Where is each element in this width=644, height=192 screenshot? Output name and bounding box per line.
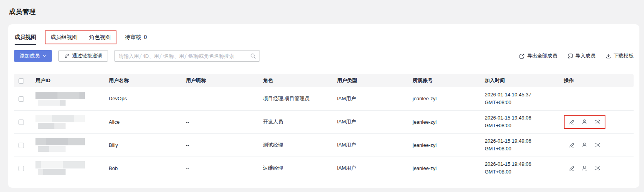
link-icon xyxy=(64,53,69,59)
nickname-cell: -- xyxy=(181,110,258,133)
user-id-redacted xyxy=(35,115,99,129)
tab-member-view[interactable]: 成员视图 xyxy=(15,34,36,41)
tab-role-view[interactable]: 角色视图 xyxy=(89,34,111,41)
member-role-button[interactable] xyxy=(582,165,588,171)
row-checkbox[interactable] xyxy=(19,143,24,148)
role-cell: 项目经理,项目管理员 xyxy=(258,87,332,110)
user-type-cell: IAM用户 xyxy=(332,110,408,133)
join-time-cell: 2026-01-15 19:49:06 GMT+08:00 xyxy=(480,157,559,180)
tab-member-group-view[interactable]: 成员组视图 xyxy=(51,34,78,41)
import-members-label: 导入成员 xyxy=(575,52,595,59)
col-header-user-type: 用户类型 xyxy=(332,74,408,87)
actions-cell xyxy=(559,110,634,133)
join-date: 2026-01-15 19:49:06 xyxy=(485,114,555,122)
invite-by-link-label: 通过链接邀请 xyxy=(72,52,102,59)
role-cell: 测试经理 xyxy=(258,133,332,157)
tab-pending-review[interactable]: 待审核0 xyxy=(125,34,147,41)
role-cell: 运维经理 xyxy=(258,157,332,180)
search-box xyxy=(114,50,260,62)
col-header-actions: 操作 xyxy=(559,74,634,87)
row-checkbox[interactable] xyxy=(19,166,24,171)
toolbar: 添加成员 通过链接邀请 导出全部成员 xyxy=(14,50,634,62)
action-group xyxy=(564,138,605,152)
add-member-button-label: 添加成员 xyxy=(20,52,40,59)
col-header-join-time: 加入时间 xyxy=(480,74,559,87)
col-header-role: 角色 xyxy=(258,74,332,87)
edit-member-button[interactable] xyxy=(569,119,575,125)
account-cell: jeanlee-zyl xyxy=(408,87,480,110)
join-timezone: GMT+08:00 xyxy=(485,145,555,153)
user-name-cell: DevOps xyxy=(104,87,181,110)
join-timezone: GMT+08:00 xyxy=(485,168,555,176)
user-name-cell: Bob xyxy=(104,157,181,180)
select-all-checkbox[interactable] xyxy=(19,78,24,84)
user-name-cell: Billy xyxy=(104,133,181,157)
download-icon xyxy=(605,53,611,59)
members-table: 用户ID 用户名称 用户昵称 角色 用户类型 所属账号 加入时间 操作 DevO… xyxy=(14,74,634,180)
join-time-cell: 2026-01-14 10:45:37 GMT+08:00 xyxy=(480,87,559,110)
tab-bar: 成员视图 成员组视图 角色视图 待审核0 xyxy=(14,24,634,44)
account-cell: jeanlee-zyl xyxy=(408,133,480,157)
nickname-cell: -- xyxy=(181,157,258,180)
col-header-user-id: 用户ID xyxy=(31,74,104,87)
table-row: Alice -- 开发人员 IAM用户 jeanlee-zyl 2026-01-… xyxy=(14,110,634,133)
join-timezone: GMT+08:00 xyxy=(485,122,555,130)
user-type-cell: IAM用户 xyxy=(332,157,408,180)
import-icon xyxy=(567,53,573,59)
user-type-cell: IAM用户 xyxy=(332,133,408,157)
table-row: Billy -- 测试经理 IAM用户 jeanlee-zyl 2026-01-… xyxy=(14,133,634,157)
join-time-cell: 2026-01-15 19:49:06 GMT+08:00 xyxy=(480,110,559,133)
page-title: 成员管理 xyxy=(9,7,644,16)
pending-review-count: 0 xyxy=(144,34,147,40)
actions-cell xyxy=(559,87,634,110)
member-role-button[interactable] xyxy=(582,119,588,125)
search-input[interactable] xyxy=(114,50,260,62)
role-cell: 开发人员 xyxy=(258,110,332,133)
tab-pending-review-label: 待审核 xyxy=(125,34,141,40)
download-template-label: 下载模板 xyxy=(614,52,634,59)
transfer-member-button[interactable] xyxy=(594,165,600,171)
annotation-box-tabs: 成员组视图 角色视图 xyxy=(45,30,116,44)
join-date: 2026-01-15 19:49:06 xyxy=(485,160,555,168)
user-id-redacted xyxy=(35,161,99,175)
account-cell: jeanlee-zyl xyxy=(408,157,480,180)
export-all-members-label: 导出全部成员 xyxy=(527,52,557,59)
col-header-account: 所属账号 xyxy=(408,74,480,87)
edit-member-button[interactable] xyxy=(569,142,575,148)
action-group xyxy=(564,161,605,175)
row-checkbox[interactable] xyxy=(19,120,24,125)
download-template-button[interactable]: 下载模板 xyxy=(605,52,634,59)
table-header-row: 用户ID 用户名称 用户昵称 角色 用户类型 所属账号 加入时间 操作 xyxy=(14,74,634,87)
join-date: 2026-01-14 10:45:37 xyxy=(485,91,555,99)
export-icon xyxy=(519,53,525,59)
toolbar-right-links: 导出全部成员 导入成员 下载模板 xyxy=(519,52,634,59)
edit-member-button[interactable] xyxy=(569,165,575,171)
actions-cell xyxy=(559,157,634,180)
user-id-redacted xyxy=(35,92,99,106)
actions-cell xyxy=(559,133,634,157)
member-management-card: 成员视图 成员组视图 角色视图 待审核0 添加成员 通过链接邀请 xyxy=(8,24,639,188)
table-row: Bob -- 运维经理 IAM用户 jeanlee-zyl 2026-01-15… xyxy=(14,157,634,180)
search-icon[interactable] xyxy=(250,53,256,59)
join-time-cell: 2026-01-15 19:49:06 GMT+08:00 xyxy=(480,133,559,157)
col-header-nickname: 用户昵称 xyxy=(181,74,258,87)
chevron-down-icon xyxy=(42,54,46,58)
import-members-button[interactable]: 导入成员 xyxy=(567,52,595,59)
row-checkbox[interactable] xyxy=(19,96,24,102)
export-all-members-button[interactable]: 导出全部成员 xyxy=(519,52,557,59)
user-name-cell: Alice xyxy=(104,110,181,133)
user-type-cell: IAM用户 xyxy=(332,87,408,110)
member-role-button[interactable] xyxy=(582,142,588,148)
user-id-redacted xyxy=(35,138,99,152)
invite-by-link-button[interactable]: 通过链接邀请 xyxy=(58,50,108,62)
join-timezone: GMT+08:00 xyxy=(485,99,555,106)
join-date: 2026-01-15 19:49:06 xyxy=(485,137,555,145)
add-member-button[interactable]: 添加成员 xyxy=(14,50,52,62)
table-row: DevOps -- 项目经理,项目管理员 IAM用户 jeanlee-zyl 2… xyxy=(14,87,634,110)
nickname-cell: -- xyxy=(181,133,258,157)
transfer-member-button[interactable] xyxy=(594,142,600,148)
annotation-box-actions xyxy=(564,115,605,129)
col-header-user-name: 用户名称 xyxy=(104,74,181,87)
account-cell: jeanlee-zyl xyxy=(408,110,480,133)
transfer-member-button[interactable] xyxy=(594,119,600,125)
